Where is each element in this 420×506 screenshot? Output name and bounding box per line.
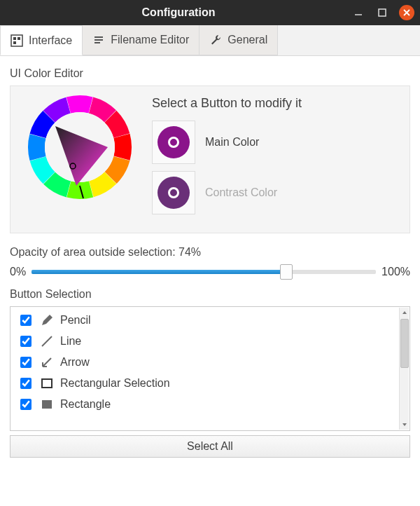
svg-rect-4 bbox=[13, 41, 16, 44]
svg-rect-21 bbox=[42, 379, 52, 388]
opacity-slider[interactable] bbox=[31, 270, 376, 274]
button-selection-heading: Button Selection bbox=[10, 288, 410, 301]
line-icon bbox=[39, 334, 55, 349]
tab-bar: Interface Filename Editor General bbox=[0, 25, 420, 56]
tab-interface[interactable]: Interface bbox=[0, 25, 83, 55]
interface-icon bbox=[10, 34, 23, 47]
list-item-label: Line bbox=[60, 335, 81, 348]
list-item[interactable]: Arrow bbox=[12, 352, 408, 373]
list-item-label: Rectangular Selection bbox=[60, 377, 170, 390]
pencil-checkbox[interactable] bbox=[20, 315, 31, 326]
svg-rect-22 bbox=[42, 400, 52, 409]
contrast-color-label: Contrast Color bbox=[205, 186, 277, 199]
scrollbar[interactable] bbox=[399, 308, 409, 430]
main-color-swatch[interactable] bbox=[152, 121, 195, 164]
rectangle-icon bbox=[39, 397, 55, 412]
minimize-button[interactable] bbox=[351, 6, 365, 20]
filename-icon bbox=[92, 34, 105, 46]
opacity-min-label: 0% bbox=[10, 266, 26, 278]
scroll-down-icon[interactable] bbox=[400, 420, 409, 430]
tab-label: Filename Editor bbox=[111, 34, 189, 46]
main-color-label: Main Color bbox=[205, 136, 259, 149]
wrench-icon bbox=[209, 34, 222, 46]
circle-icon bbox=[158, 126, 190, 158]
tab-filename-editor[interactable]: Filename Editor bbox=[83, 25, 200, 55]
circle-icon bbox=[158, 177, 190, 209]
list-item-label: Pencil bbox=[60, 314, 91, 327]
rectangle-selection-icon bbox=[39, 376, 55, 391]
contrast-color-swatch[interactable] bbox=[152, 171, 195, 214]
list-item[interactable]: Rectangle bbox=[12, 394, 408, 415]
rect-selection-checkbox[interactable] bbox=[20, 378, 31, 389]
arrow-checkbox[interactable] bbox=[20, 357, 31, 368]
svg-rect-1 bbox=[11, 35, 22, 46]
opacity-max-label: 100% bbox=[382, 266, 410, 278]
opacity-label: Opacity of area outside selection: 74% bbox=[10, 246, 410, 259]
rectangle-checkbox[interactable] bbox=[20, 399, 31, 410]
opacity-slider-thumb[interactable] bbox=[280, 264, 293, 280]
list-item-label: Arrow bbox=[60, 356, 90, 369]
list-item[interactable]: Rectangular Selection bbox=[12, 373, 408, 394]
scroll-up-icon[interactable] bbox=[400, 308, 409, 317]
tab-label: General bbox=[227, 34, 267, 46]
svg-rect-2 bbox=[13, 37, 16, 40]
window-controls bbox=[351, 5, 414, 20]
line-checkbox[interactable] bbox=[20, 336, 31, 347]
color-wheel[interactable] bbox=[20, 95, 139, 200]
list-item[interactable]: Line bbox=[12, 331, 408, 352]
select-all-button[interactable]: Select All bbox=[10, 435, 410, 458]
pencil-icon bbox=[39, 313, 55, 328]
color-editor-hint: Select a Button to modify it bbox=[152, 96, 400, 111]
close-button[interactable] bbox=[399, 5, 414, 20]
button-list-scroll[interactable]: Pencil Line Arrow Rectangular Selection bbox=[10, 307, 410, 430]
svg-rect-3 bbox=[18, 37, 20, 40]
window-title: Configuration bbox=[6, 6, 351, 19]
tab-label: Interface bbox=[29, 34, 72, 47]
opacity-slider-fill bbox=[31, 270, 286, 274]
tab-general[interactable]: General bbox=[200, 25, 278, 55]
titlebar: Configuration bbox=[0, 0, 420, 25]
list-item[interactable]: Pencil bbox=[12, 310, 408, 331]
list-item-label: Rectangle bbox=[60, 398, 111, 411]
maximize-button[interactable] bbox=[375, 6, 389, 20]
arrow-icon bbox=[39, 355, 55, 370]
ui-color-editor-heading: UI Color Editor bbox=[10, 67, 410, 80]
ui-color-editor-panel: Select a Button to modify it Main Color … bbox=[10, 86, 410, 233]
tab-content: UI Color Editor bbox=[0, 56, 420, 467]
scrollbar-thumb[interactable] bbox=[400, 319, 409, 368]
button-selection-list: Pencil Line Arrow Rectangular Selection bbox=[10, 306, 410, 431]
svg-rect-0 bbox=[379, 9, 386, 16]
